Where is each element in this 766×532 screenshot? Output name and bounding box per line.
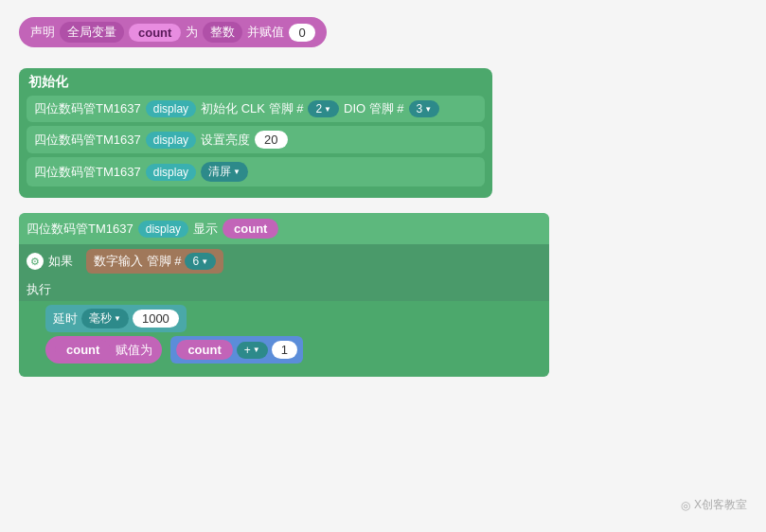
init-row3: 四位数码管TM1637 display 清屏 (27, 157, 485, 186)
var-name-count: count (129, 24, 181, 42)
declare-block-row: 声明 全局变量 count 为 整数 并赋值 0 (19, 17, 747, 47)
main-device: 四位数码管TM1637 (27, 221, 134, 238)
watermark-icon: ◎ (681, 499, 690, 512)
plus-var: count (176, 340, 232, 360)
inner-indent: 延时 毫秒 1000 count 赋值为 count + (19, 301, 549, 371)
assign-block: count 赋值为 (45, 336, 162, 364)
condition-label: 数字输入 管脚 # (94, 253, 181, 270)
condition-block: 数字输入 管脚 # 6 (86, 249, 223, 274)
watermark: ◎ X创客教室 (681, 497, 747, 513)
initial-value: 0 (289, 24, 314, 42)
assign-label: 并赋值 (247, 24, 284, 41)
clk-dropdown[interactable]: 2 (308, 100, 339, 117)
assign-var: count (55, 340, 111, 360)
delay-value: 1000 (133, 310, 179, 328)
init-row2: 四位数码管TM1637 display 设置亮度 20 (27, 126, 485, 153)
delay-label: 延时 (53, 310, 78, 328)
execute-label-row: 执行 (19, 278, 549, 301)
display-row: 四位数码管TM1637 display 显示 count (19, 213, 549, 244)
main-container: 四位数码管TM1637 display 显示 count ⚙ 如果 数字输入 管… (19, 213, 549, 377)
declare-block[interactable]: 声明 全局变量 count 为 整数 并赋值 0 (19, 17, 327, 47)
init-display1: display (146, 100, 196, 117)
dio-label: DIO 管脚 # (344, 100, 404, 117)
init-device3: 四位数码管TM1637 (34, 164, 141, 181)
gear-icon[interactable]: ⚙ (27, 253, 44, 270)
main-show-label: 显示 (193, 221, 218, 238)
global-var-dropdown[interactable]: 全局变量 (60, 22, 124, 43)
main-display: display (138, 221, 188, 238)
init-header: 初始化 (27, 74, 485, 91)
execute-label: 执行 (27, 282, 51, 296)
if-label: 如果 (48, 253, 73, 270)
init-label2: 设置亮度 (201, 132, 250, 149)
plus-value: 1 (272, 341, 297, 359)
type-dropdown[interactable]: 整数 (203, 22, 242, 43)
plus-block: count + 1 (170, 336, 303, 364)
declare-label: 声明 (30, 24, 55, 41)
init-device1: 四位数码管TM1637 (34, 100, 141, 117)
init-device2: 四位数码管TM1637 (34, 132, 141, 149)
init-display3: display (146, 164, 196, 181)
unit-dropdown[interactable]: 毫秒 (81, 309, 129, 328)
op-dropdown[interactable]: + (237, 342, 268, 359)
init-label1: 初始化 CLK 管脚 # (201, 100, 303, 117)
display-count-var: count (223, 219, 278, 239)
init-container: 初始化 四位数码管TM1637 display 初始化 CLK 管脚 # 2 D… (19, 68, 492, 198)
init-display2: display (146, 132, 196, 149)
delay-row: 延时 毫秒 1000 (45, 305, 549, 332)
watermark-text: X创客教室 (694, 497, 747, 513)
assign-row: count 赋值为 count + 1 (45, 336, 549, 364)
assign-label: 赋值为 (116, 342, 152, 359)
if-row: ⚙ 如果 数字输入 管脚 # 6 (19, 244, 549, 278)
pin-dropdown[interactable]: 6 (185, 253, 216, 270)
delay-block: 延时 毫秒 1000 (45, 305, 187, 332)
as-label: 为 (186, 24, 198, 41)
brightness-value: 20 (255, 131, 287, 149)
init-row1: 四位数码管TM1637 display 初始化 CLK 管脚 # 2 DIO 管… (27, 96, 485, 122)
dio-dropdown[interactable]: 3 (409, 100, 440, 117)
clear-dropdown[interactable]: 清屏 (201, 162, 248, 182)
